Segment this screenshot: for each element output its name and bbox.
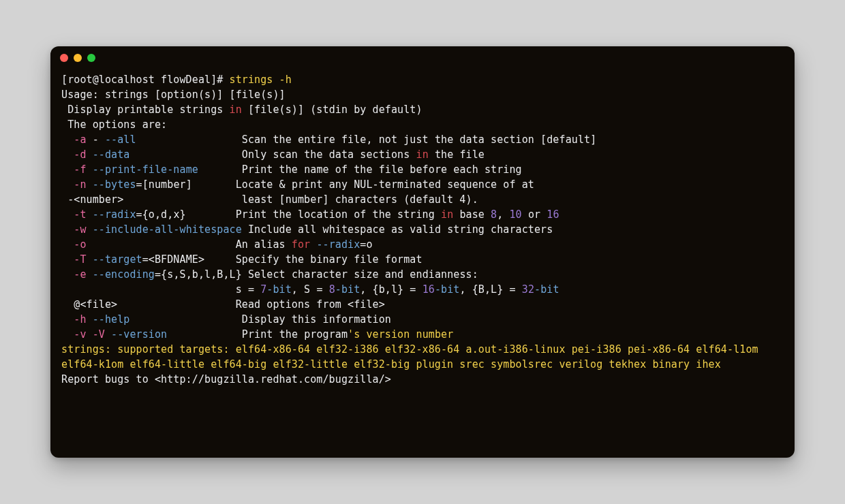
flag-T-param: =<BFDNAME> [142, 253, 204, 266]
unit-bit: -bit [534, 283, 559, 296]
flag-f-long: --print-file-name [93, 163, 198, 176]
flag-n-long: --bytes [93, 178, 136, 191]
unit-bit: -bit [266, 283, 292, 296]
pad [167, 328, 242, 341]
flag-e-param: ={s,S,b,l,B,L} [155, 268, 242, 281]
desc-pre: Display printable strings [61, 104, 230, 116]
unit-bit: -bit [435, 283, 460, 296]
flag-number-text: least [number] characters (default 4). [242, 193, 478, 206]
enc-m1: , S = [292, 283, 329, 296]
dash: - [87, 133, 105, 146]
flag-e-text: Select character size and endianness: [248, 268, 478, 281]
sp [87, 268, 93, 281]
flag-a-short: -a [74, 133, 86, 146]
flag-e-short: -e [74, 268, 86, 281]
flag-d-pre: Only scan the data sections [242, 148, 416, 161]
flag-t-mid: base [453, 208, 491, 221]
pad [186, 208, 236, 221]
sp [87, 148, 93, 161]
num-7: 7 [260, 283, 266, 296]
flag-h-text: Display this information [242, 313, 391, 326]
flag-f-text: Print the name of the file before each s… [242, 163, 522, 176]
flag-t-param: ={o,d,x} [136, 208, 186, 221]
num-32: 32 [522, 283, 534, 296]
sp [87, 328, 93, 341]
flag-V-short: -V [93, 328, 105, 341]
close-icon[interactable] [60, 54, 68, 62]
flag-v-short: -v [74, 328, 86, 341]
num-8: 8 [491, 208, 497, 221]
num-16: 16 [547, 208, 559, 221]
command-arg [273, 74, 279, 86]
pad [87, 238, 236, 251]
flag-d-short: -d [74, 148, 86, 161]
flag-t-short: -t [74, 208, 86, 221]
pad [129, 313, 241, 326]
atfile-text: Read options from <file> [236, 298, 385, 311]
flag-v-long: --version [111, 328, 167, 341]
enc-m3: , {B,L} = [459, 283, 521, 296]
pad [129, 148, 241, 161]
sp [87, 313, 93, 326]
flag-d-long: --data [93, 148, 130, 161]
options-header: The options are: [61, 119, 167, 131]
flag-o-post: =o [360, 238, 372, 251]
flag-n-text: Locate & print any NUL-terminated sequen… [236, 178, 534, 191]
terminal-content[interactable]: [root@localhost flowDeal]# strings -h Us… [50, 69, 795, 400]
flag-h-long: --help [93, 313, 130, 326]
desc-post: [file(s)] (stdin by default) [242, 104, 422, 116]
command-arg-value: -h [279, 74, 292, 86]
flag-a-long: --all [105, 133, 136, 146]
flag-d-post: the file [429, 148, 485, 161]
pad [136, 133, 242, 146]
sp [105, 328, 111, 341]
flag-o-short: -o [74, 238, 86, 251]
command-name: strings [230, 74, 273, 86]
flag-w-long: --include-all-whitespace [93, 223, 242, 236]
pad [192, 178, 236, 191]
enc-m2: , {b,l} = [360, 283, 422, 296]
flag-e-long: --encoding [93, 268, 155, 281]
flag-o-long: --radix [316, 238, 360, 251]
keyword-in: in [441, 208, 453, 221]
atfile-lead: @<file> [61, 298, 236, 311]
flag-number-lead: -<number> [61, 193, 242, 206]
flag-o-pre: An alias [236, 238, 292, 251]
flag-t-long: --radix [93, 208, 136, 221]
sp [87, 223, 93, 236]
sp [87, 163, 93, 176]
pad [198, 163, 242, 176]
sp [87, 208, 93, 221]
flag-n-short: -n [74, 178, 86, 191]
keyword-for: for [292, 238, 310, 251]
flag-w-short: -w [74, 223, 86, 236]
num-16b: 16 [422, 283, 435, 296]
flag-f-short: -f [74, 163, 86, 176]
pad [242, 223, 248, 236]
terminal-window: [root@localhost flowDeal]# strings -h Us… [50, 46, 795, 458]
targets-label: strings: supported targets: [61, 343, 236, 356]
flag-T-long: --target [93, 253, 142, 266]
flag-w-text: Include all whitespace as valid string c… [248, 223, 553, 236]
window-titlebar [50, 46, 795, 69]
flag-a-text: Scan the entire file, not just the data … [242, 133, 596, 146]
sp [87, 178, 93, 191]
flag-T-text: Specify the binary file format [236, 253, 422, 266]
zoom-icon[interactable] [87, 54, 95, 62]
keyword-in: in [230, 104, 242, 116]
flag-h-short: -h [74, 313, 86, 326]
keyword-in: in [416, 148, 429, 161]
comma: , [497, 208, 509, 221]
bugs-line: Report bugs to <http://bugzilla.redhat.c… [61, 373, 391, 385]
flag-n-param: =[number] [136, 178, 192, 191]
minimize-icon[interactable] [74, 54, 82, 62]
enc-lead: s = [61, 283, 260, 296]
unit-bit: -bit [335, 283, 360, 296]
shell-prompt: [root@localhost flowDeal]# [61, 74, 230, 86]
or: or [522, 208, 547, 221]
flag-T-short: -T [74, 253, 86, 266]
pad [204, 253, 236, 266]
flag-t-pre: Print the location of the string [236, 208, 441, 221]
num-10: 10 [509, 208, 521, 221]
usage-line: Usage: strings [option(s)] [file(s)] [61, 89, 286, 101]
